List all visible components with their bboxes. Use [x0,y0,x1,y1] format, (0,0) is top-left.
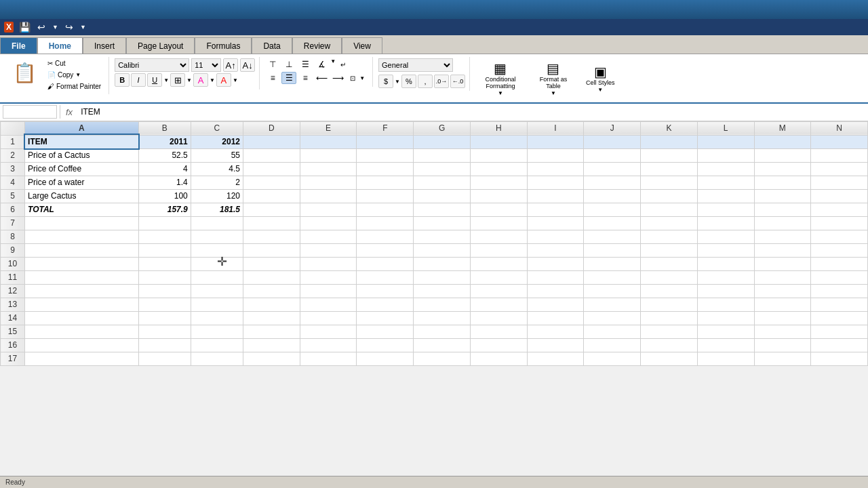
cell[interactable] [697,352,754,365]
cell[interactable] [470,257,527,270]
comma-button[interactable]: , [418,75,433,88]
angle-dropdown[interactable]: ▼ [330,58,336,70]
cell[interactable]: Price of a Cactus [25,148,138,162]
cell[interactable] [754,311,811,325]
cell[interactable]: 4 [138,162,191,176]
cell[interactable] [138,257,191,270]
cell[interactable] [641,257,698,270]
cell[interactable] [300,162,357,176]
cell[interactable] [697,284,754,298]
cell[interactable] [754,135,811,148]
cell-styles-button[interactable]: ▣ Cell Styles ▼ [581,62,620,95]
font-name-select[interactable]: Calibri [115,58,189,72]
cell[interactable] [243,189,300,203]
cell[interactable] [641,270,698,284]
cell[interactable] [243,216,300,230]
cell[interactable] [811,284,868,298]
cell[interactable]: Price of Coffee [25,162,138,176]
col-header-h[interactable]: H [470,121,527,135]
cell[interactable] [697,338,754,352]
cell[interactable]: 52.5 [138,148,191,162]
align-middle-button[interactable]: ⊥ [281,58,296,70]
cell[interactable] [138,243,191,257]
row-header-11[interactable]: 11 [1,270,25,284]
cell[interactable] [470,148,527,162]
cell[interactable] [811,176,868,189]
cell[interactable] [357,162,414,176]
font-color-dropdown[interactable]: ▼ [233,77,238,83]
undo-dropdown-icon[interactable]: ▼ [51,23,60,31]
cell[interactable] [414,203,471,216]
row-header-2[interactable]: 2 [1,148,25,162]
cell[interactable] [470,325,527,338]
cell[interactable] [584,230,641,243]
cell[interactable] [191,270,243,284]
cell[interactable] [243,311,300,325]
cell[interactable] [243,284,300,298]
cell[interactable] [25,338,138,352]
row-header-12[interactable]: 12 [1,284,25,298]
fill-color-button[interactable]: A [193,73,208,87]
cell[interactable] [300,243,357,257]
underline-button[interactable]: U [147,73,162,87]
save-icon[interactable]: 💾 [18,21,32,33]
cell[interactable]: 181.5 [191,203,243,216]
percent-button[interactable]: % [401,75,416,88]
cell[interactable] [754,298,811,311]
cell[interactable]: 2012 [191,135,243,148]
cell[interactable] [357,325,414,338]
cell[interactable] [357,148,414,162]
cell[interactable] [584,270,641,284]
cell[interactable] [584,162,641,176]
cell[interactable] [414,352,471,365]
merge-dropdown[interactable]: ▼ [359,75,365,81]
cell[interactable] [584,325,641,338]
cell[interactable] [811,338,868,352]
cell[interactable] [584,243,641,257]
cell[interactable] [25,311,138,325]
cell[interactable] [357,257,414,270]
cell-styles-dropdown[interactable]: ▼ [597,87,603,93]
cell[interactable] [754,325,811,338]
cell[interactable] [811,203,868,216]
tab-view[interactable]: View [342,37,382,54]
col-header-d[interactable]: D [243,121,300,135]
cell[interactable] [584,216,641,230]
cell[interactable] [811,216,868,230]
decrease-indent-button[interactable]: ⟵ [314,72,329,84]
cell[interactable] [584,257,641,270]
cell[interactable] [357,311,414,325]
col-header-e[interactable]: E [300,121,357,135]
cell[interactable] [811,230,868,243]
cell[interactable] [811,243,868,257]
row-header-3[interactable]: 3 [1,162,25,176]
cell[interactable] [754,176,811,189]
cell[interactable] [754,162,811,176]
cell[interactable] [300,189,357,203]
cell[interactable] [754,270,811,284]
tab-insert[interactable]: Insert [83,37,126,54]
cell[interactable] [300,325,357,338]
font-size-select[interactable]: 11 [191,58,221,72]
paste-button[interactable]: 📋 [7,58,43,92]
cell[interactable] [25,230,138,243]
cell[interactable] [138,270,191,284]
cell[interactable] [527,325,584,338]
cell[interactable] [191,311,243,325]
format-painter-button[interactable]: 🖌 Format Painter [44,81,104,92]
cell[interactable] [25,216,138,230]
increase-decimal-button[interactable]: .0→ [434,75,449,88]
cell[interactable] [300,230,357,243]
cell[interactable] [357,270,414,284]
cell[interactable] [243,325,300,338]
cell[interactable] [754,338,811,352]
cell[interactable] [811,257,868,270]
cell[interactable] [25,298,138,311]
cell[interactable] [641,338,698,352]
undo-icon[interactable]: ↩ [36,21,47,33]
cell[interactable] [641,216,698,230]
cell[interactable] [138,311,191,325]
cell[interactable] [697,189,754,203]
cell[interactable] [138,216,191,230]
cell[interactable] [527,284,584,298]
